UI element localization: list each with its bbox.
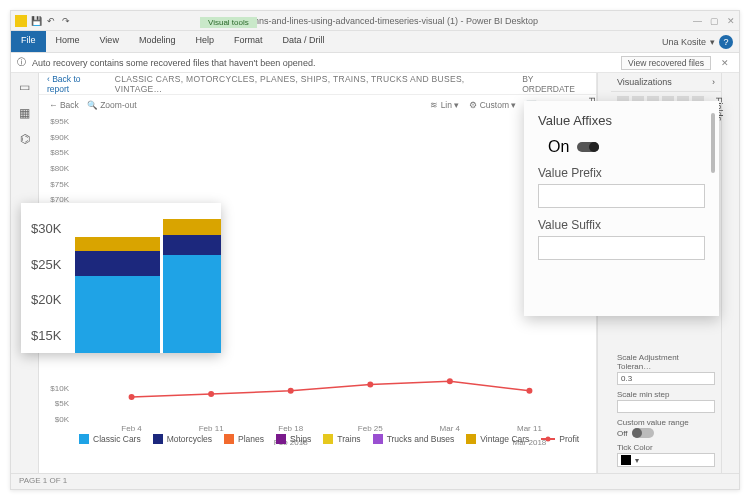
zoom-overlay: $30K $25K $20K $15K [21, 203, 221, 353]
maximize-button[interactable]: ▢ [710, 16, 719, 26]
scale-min-input[interactable] [617, 400, 715, 413]
y-tick-label: $10K [50, 383, 69, 392]
legend-item[interactable]: Trains [323, 423, 360, 455]
tab-modeling[interactable]: Modeling [129, 31, 186, 52]
scale-tol-input[interactable]: 0.3 [617, 372, 715, 385]
help-icon[interactable]: ? [719, 35, 733, 49]
legend-item[interactable]: Trucks and Buses [373, 423, 455, 455]
ribbon-tabs: File Home View Modeling Help Format Data… [11, 31, 739, 53]
zoom-out-button[interactable]: 🔍 Zoom-out [87, 100, 137, 110]
tab-view[interactable]: View [90, 31, 129, 52]
tab-data-drill[interactable]: Data / Drill [272, 31, 334, 52]
legend-label: Trains [337, 434, 360, 444]
custom-range-label: Custom value range [617, 418, 715, 427]
custom-range-toggle[interactable] [632, 428, 654, 438]
value-prefix-input[interactable] [538, 184, 705, 208]
legend-item[interactable]: Motorcycles [153, 423, 212, 455]
model-view-icon[interactable]: ⌬ [17, 131, 33, 147]
view-recovered-button[interactable]: View recovered files [621, 56, 711, 70]
y-tick-label: $75K [50, 179, 69, 188]
legend-label: Profit [559, 434, 579, 444]
tab-file[interactable]: File [11, 31, 46, 52]
user-name[interactable]: Una Kosite [662, 37, 706, 47]
value-affixes-toggle[interactable] [577, 142, 599, 152]
back-to-report-link[interactable]: ‹ Back to report [47, 74, 105, 94]
legend-swatch [373, 434, 383, 444]
tab-home[interactable]: Home [46, 31, 90, 52]
legend-item[interactable]: Ships [276, 423, 311, 455]
app-icon [15, 15, 27, 27]
app-window: 💾 ↶ ↷ Visual tools columns-and-lines-usi… [10, 10, 740, 490]
tab-format[interactable]: Format [224, 31, 273, 52]
viz-pane-title: Visualizations [617, 77, 672, 87]
y-tick-label: $95K [50, 117, 69, 126]
filter-by: BY ORDERDATE [522, 74, 588, 94]
y-tick-label: $5K [55, 399, 69, 408]
page-status: PAGE 1 OF 1 [11, 473, 739, 489]
popover-title: Value Affixes [538, 113, 705, 128]
legend-swatch [79, 434, 89, 444]
tick-color-input[interactable]: ▾ [617, 453, 715, 467]
display-mode-dropdown[interactable]: ≋ Lin ▾ [430, 100, 459, 110]
info-icon: ⓘ [17, 56, 26, 69]
info-text: Auto recovery contains some recovered fi… [32, 58, 315, 68]
y-tick-label: $85K [50, 148, 69, 157]
legend-swatch [323, 434, 333, 444]
redo-icon[interactable]: ↷ [60, 15, 72, 27]
report-view-icon[interactable]: ▭ [17, 79, 33, 95]
y-tick-label: $0K [55, 415, 69, 424]
undo-icon[interactable]: ↶ [45, 15, 57, 27]
legend-label: Classic Cars [93, 434, 141, 444]
fields-pane-collapsed[interactable]: Fields [721, 73, 739, 473]
chevron-down-icon[interactable]: ▾ [710, 37, 715, 47]
legend-swatch [276, 434, 286, 444]
data-view-icon[interactable]: ▦ [17, 105, 33, 121]
legend-swatch [153, 434, 163, 444]
legend-label: Motorcycles [167, 434, 212, 444]
filter-summary: CLASSIC CARS, MOTORCYCLES, PLANES, SHIPS… [115, 74, 512, 94]
custom-dropdown[interactable]: ⚙ Custom ▾ [469, 100, 516, 110]
legend: Classic CarsMotorcyclesPlanesShipsTrains… [79, 423, 586, 455]
value-affixes-popover: Value Affixes On Value Prefix Value Suff… [524, 101, 719, 316]
tab-help[interactable]: Help [185, 31, 224, 52]
scale-tol-label: Scale Adjustment Toleran… [617, 353, 715, 371]
contextual-tab-label: Visual tools [200, 17, 257, 28]
close-button[interactable]: ✕ [727, 16, 735, 26]
legend-label: Vintage Cars [480, 434, 529, 444]
value-suffix-label: Value Suffix [538, 218, 705, 232]
legend-swatch [466, 434, 476, 444]
nav-back-button[interactable]: ← Back [49, 100, 79, 110]
legend-item[interactable]: Planes [224, 423, 264, 455]
svg-point-6 [546, 437, 551, 442]
window-title: columns-and-lines-using-advanced-timeser… [235, 16, 538, 26]
toggle-label: On [548, 138, 569, 156]
legend-label: Ships [290, 434, 311, 444]
value-prefix-label: Value Prefix [538, 166, 705, 180]
scrollbar-thumb[interactable] [711, 113, 715, 173]
legend-item[interactable]: Classic Cars [79, 423, 141, 455]
legend-label: Planes [238, 434, 264, 444]
scale-min-label: Scale min step [617, 390, 715, 399]
chevron-right-icon[interactable]: › [712, 77, 715, 87]
legend-swatch [224, 434, 234, 444]
y-tick-label: $80K [50, 164, 69, 173]
tick-color-label: Tick Color [617, 443, 715, 452]
legend-label: Trucks and Buses [387, 434, 455, 444]
value-suffix-input[interactable] [538, 236, 705, 260]
legend-item[interactable]: Vintage Cars [466, 423, 529, 455]
legend-swatch [541, 434, 555, 444]
minimize-button[interactable]: — [693, 16, 702, 26]
titlebar: 💾 ↶ ↷ Visual tools columns-and-lines-usi… [11, 11, 739, 31]
legend-item[interactable]: Profit [541, 423, 579, 455]
info-bar: ⓘ Auto recovery contains some recovered … [11, 53, 739, 73]
save-icon[interactable]: 💾 [30, 15, 42, 27]
y-tick-label: $90K [50, 132, 69, 141]
info-close-icon[interactable]: ✕ [717, 58, 733, 68]
